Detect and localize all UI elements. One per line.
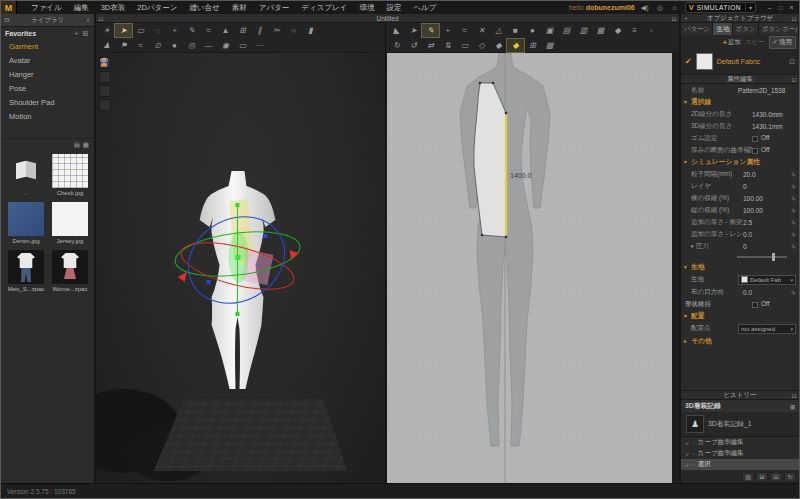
- help-icon[interactable]: ◎: [655, 4, 665, 12]
- menu-item[interactable]: 素材: [226, 1, 253, 14]
- iron-tool[interactable]: ▭: [456, 39, 473, 52]
- add-tab-icon[interactable]: +: [681, 15, 691, 21]
- detach-icon[interactable]: ⊡: [669, 15, 679, 22]
- detach-icon[interactable]: ⊡: [789, 392, 799, 399]
- section-fabric[interactable]: ▾生地: [681, 261, 799, 273]
- sidebar-item-pose[interactable]: Pose: [1, 82, 94, 96]
- object-browser-tab[interactable]: 生地: [713, 23, 732, 35]
- pattern-window-tool[interactable]: ⊞: [234, 24, 251, 37]
- rotation-gizmo[interactable]: [173, 200, 303, 319]
- sidebar-item-garment[interactable]: Garment: [1, 40, 94, 54]
- record-add-icon[interactable]: ⊞: [790, 403, 795, 410]
- fold-arrangement-tool[interactable]: ▲: [217, 24, 234, 37]
- layer-tool[interactable]: ◇: [473, 39, 490, 52]
- menu-item[interactable]: アバター: [253, 1, 296, 14]
- shape-keep-checkbox[interactable]: [752, 302, 758, 308]
- mesh-select-tool[interactable]: +: [166, 24, 183, 37]
- simulation-dropdown-caret[interactable]: ▾: [745, 4, 755, 11]
- sidebar-item-shoulder-pad[interactable]: Shoulder Pad: [1, 96, 94, 110]
- internal-rect-tool[interactable]: ▤: [558, 24, 575, 37]
- pin-tool[interactable]: ∥: [251, 24, 268, 37]
- object-browser-tab[interactable]: パターン: [681, 23, 713, 35]
- flag-tool[interactable]: ⚑: [115, 39, 132, 52]
- fabric-swatch[interactable]: [696, 53, 713, 70]
- sphere-tool[interactable]: ●: [166, 39, 183, 52]
- gizmo-light-tool[interactable]: ☀: [98, 24, 115, 37]
- elastic-checkbox[interactable]: [752, 136, 758, 142]
- library-thumbnail[interactable]: Wome...zpac: [51, 250, 89, 292]
- seam-tape-tool[interactable]: ◆: [609, 24, 626, 37]
- speaker-icon[interactable]: ◀): [640, 4, 650, 12]
- texture-editor-tool[interactable]: ▦: [541, 39, 558, 52]
- scissors-tool[interactable]: ✂: [268, 24, 285, 37]
- ring-tool[interactable]: ○: [285, 24, 302, 37]
- object-browser-tab[interactable]: ボタンホール: [759, 23, 799, 35]
- notch-tool[interactable]: ▫: [643, 24, 660, 37]
- expand-all-button[interactable]: ⊞: [756, 472, 768, 482]
- grid-tool[interactable]: ⊞: [524, 39, 541, 52]
- internal-circle-tool[interactable]: ▥: [575, 24, 592, 37]
- edit-icon[interactable]: ✎: [787, 183, 796, 190]
- detach-icon[interactable]: ⊡: [789, 76, 799, 83]
- transform-pattern-tool[interactable]: ◣: [388, 24, 405, 37]
- circle-tool[interactable]: ●: [524, 24, 541, 37]
- fabric-select[interactable]: Default Fab ▾: [738, 275, 796, 285]
- show-3d-pattern-tool[interactable]: ◆: [507, 39, 524, 52]
- dart-tool[interactable]: ▦: [592, 24, 609, 37]
- add-point-tool[interactable]: +: [439, 24, 456, 37]
- polygon-tool[interactable]: △: [490, 24, 507, 37]
- edit-icon[interactable]: ✎: [787, 289, 796, 296]
- history-entry[interactable]: ✓ ▫ カーブ曲率編集: [681, 437, 799, 448]
- scene-3d[interactable]: [96, 53, 385, 483]
- refresh-button[interactable]: ↻: [784, 472, 796, 482]
- simulation-button[interactable]: V SIMULATION ▾: [685, 2, 756, 13]
- avatar-tool[interactable]: ♟: [98, 39, 115, 52]
- sidebar-item-avatar[interactable]: Avatar: [1, 54, 94, 68]
- edit-icon[interactable]: ✎: [787, 231, 796, 238]
- rotate-ccw-tool[interactable]: ↺: [405, 39, 422, 52]
- fabric-list-item[interactable]: ✔ Default Fabric ⊡: [681, 49, 799, 75]
- app-logo[interactable]: M: [1, 1, 17, 14]
- add-library-icon[interactable]: +: [82, 17, 94, 24]
- library-thumbnail[interactable]: Men_S...zpac: [7, 250, 45, 292]
- edit-curve-tool[interactable]: ≈: [456, 24, 473, 37]
- history-entry[interactable]: ✓ ▫ カーブ曲率編集: [681, 448, 799, 459]
- avatar-head-display-icon[interactable]: [99, 99, 111, 111]
- wind-tool[interactable]: ≈: [132, 39, 149, 52]
- edit-icon[interactable]: ✎: [787, 171, 796, 178]
- sidebar-item-hanger[interactable]: Hanger: [1, 68, 94, 82]
- menu-item[interactable]: 縫い合せ: [183, 1, 225, 14]
- grid-view-icon[interactable]: ▦: [83, 141, 89, 149]
- add-favorite-icon[interactable]: +: [72, 30, 81, 37]
- maximize-button[interactable]: □: [776, 4, 785, 12]
- menu-item[interactable]: 編集: [68, 1, 95, 14]
- plane-tool[interactable]: ▭: [234, 39, 251, 52]
- library-thumbnail[interactable]: Denim.jpg: [7, 202, 45, 244]
- favorite-folder-icon[interactable]: ⊞: [81, 30, 90, 38]
- edit-point-tool[interactable]: ✎: [422, 24, 439, 37]
- flip-vertical-tool[interactable]: ⇅: [439, 39, 456, 52]
- rectangle-tool[interactable]: ■: [507, 24, 524, 37]
- internal-polygon-tool[interactable]: ▣: [541, 24, 558, 37]
- line-tool[interactable]: —: [200, 39, 217, 52]
- collapse-icon[interactable]: ⊟: [1, 16, 13, 24]
- fabric-edit-icon[interactable]: ⊡: [789, 58, 795, 66]
- menu-item[interactable]: 3D衣装: [95, 1, 132, 14]
- rect-select-tool[interactable]: ▭: [132, 24, 149, 37]
- arrangement-point-select[interactable]: not assigned ▾: [738, 324, 796, 334]
- menu-item[interactable]: 環境: [353, 1, 380, 14]
- copy-fabric-button[interactable]: コピー: [745, 38, 765, 47]
- menu-item[interactable]: 2Dパターン: [131, 1, 183, 14]
- sewing-tool[interactable]: ✎: [183, 24, 200, 37]
- slider-handle[interactable]: [772, 253, 775, 261]
- select-move-tool[interactable]: ➤: [115, 24, 132, 37]
- edit-curvature-tool[interactable]: ✕: [473, 24, 490, 37]
- point-tool[interactable]: ◉: [217, 39, 234, 52]
- edit-icon[interactable]: ✎: [787, 195, 796, 202]
- edit-pattern-tool[interactable]: ➤: [405, 24, 422, 37]
- library-thumbnail[interactable]: Jersey.jpg: [51, 202, 89, 244]
- sidebar-item-motion[interactable]: Motion: [1, 110, 94, 124]
- history-entry[interactable]: ✓ ▫ 選択: [681, 459, 799, 470]
- object-browser-tab[interactable]: ボタン: [733, 23, 759, 35]
- trace-tool[interactable]: ≡: [626, 24, 643, 37]
